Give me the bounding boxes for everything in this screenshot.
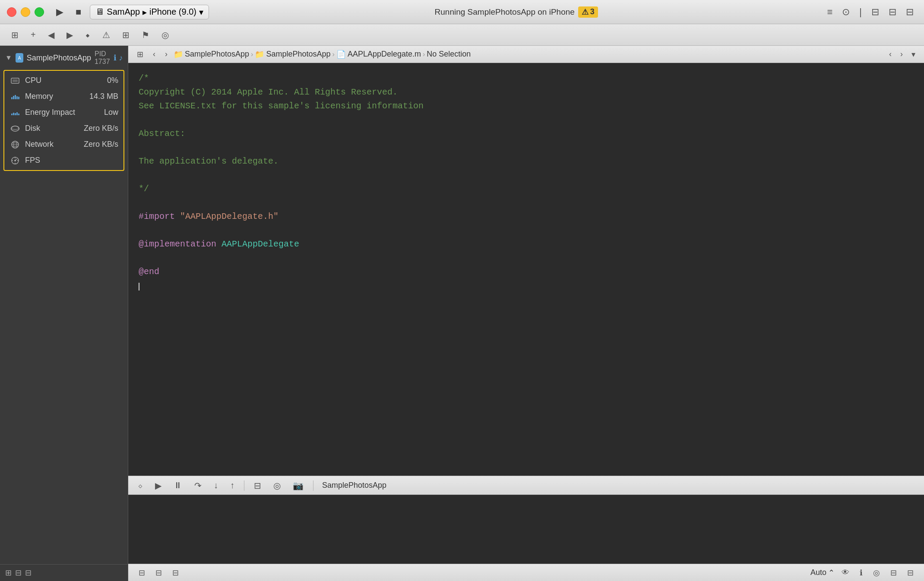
run-button[interactable]: ▶ bbox=[53, 5, 67, 19]
debug-location-button[interactable]: ◎ bbox=[269, 479, 285, 493]
filter-forward-button[interactable]: ▶ bbox=[62, 28, 77, 42]
toolbar-right: ≡ ⊙ | ⊟ ⊟ ⊟ bbox=[823, 5, 917, 19]
inspect-button[interactable]: ℹ bbox=[114, 53, 117, 63]
energy-metric-row[interactable]: Energy Impact Low bbox=[4, 104, 123, 120]
cpu-value: 0% bbox=[84, 76, 118, 85]
disk-metric-row[interactable]: Disk Zero KB/s bbox=[4, 120, 123, 136]
disk-label: Disk bbox=[25, 124, 79, 133]
debug-pause-button[interactable]: ⏸ bbox=[169, 479, 187, 492]
process-controls: ℹ ♪ bbox=[114, 53, 123, 63]
network-value: Zero KB/s bbox=[84, 140, 118, 149]
status-text: Running SamplePhotosApp on iPhone bbox=[435, 7, 575, 17]
editor-forward-button[interactable]: › bbox=[161, 49, 171, 60]
scope-button[interactable]: ⊞ bbox=[7, 28, 23, 42]
status-scope-button[interactable]: ⊟ bbox=[135, 567, 149, 578]
add-panel-button[interactable]: ⊞ bbox=[5, 568, 12, 578]
debug-step-over-button[interactable]: ↷ bbox=[190, 479, 206, 493]
nav-next-button[interactable]: › bbox=[897, 49, 906, 60]
breadcrumb-item-4[interactable]: No Selection bbox=[427, 50, 471, 59]
debug-bar: ⬦ ▶ ⏸ ↷ ↓ ↑ ⊟ ◎ 📷 SamplePhotosApp bbox=[128, 476, 924, 495]
energy-label: Energy Impact bbox=[25, 108, 79, 117]
editor-scope-button[interactable]: ⊞ bbox=[133, 49, 147, 60]
code-line-8 bbox=[139, 168, 914, 182]
breadcrumb-item-3[interactable]: AAPLAppDelegate.m bbox=[348, 50, 421, 59]
code-editor[interactable]: /* Copyright (C) 2014 Apple Inc. All Rig… bbox=[128, 63, 924, 476]
auto-selector[interactable]: Auto ⌃ bbox=[810, 568, 835, 578]
memory-label: Memory bbox=[25, 92, 79, 101]
status-location-button2[interactable]: ◎ bbox=[870, 567, 883, 578]
separator1: | bbox=[856, 5, 865, 19]
debug-toggle-button[interactable]: ⊟ bbox=[885, 5, 900, 19]
left-panel: ▼ A SamplePhotosApp PID 1737 ℹ ♪ bbox=[0, 46, 128, 581]
stop-button[interactable]: ■ bbox=[72, 5, 85, 19]
minimize-button[interactable] bbox=[21, 7, 30, 17]
energy-icon bbox=[9, 108, 21, 117]
svg-text:A: A bbox=[18, 56, 21, 60]
lines-icon-button[interactable]: ≡ bbox=[823, 5, 836, 19]
breadcrumb-item-2[interactable]: SamplePhotosApp bbox=[266, 50, 330, 59]
device-name: iPhone (9.0) bbox=[149, 7, 196, 17]
debug-camera-button[interactable]: 📷 bbox=[288, 479, 308, 493]
breadcrumb-item-1[interactable]: SamplePhotosApp bbox=[185, 50, 249, 59]
debug-separator-2 bbox=[313, 480, 313, 491]
scheme-arrow-icon: ▸ bbox=[142, 7, 147, 17]
breadcrumb-icon-folder1: 📁 bbox=[174, 50, 183, 59]
maximize-button[interactable] bbox=[35, 7, 44, 17]
grid-panel-button2[interactable]: ⊟ bbox=[25, 568, 32, 578]
related-files-button[interactable]: ⊙ bbox=[839, 5, 853, 19]
cpu-metric-row[interactable]: CPU 0% bbox=[4, 73, 123, 88]
breakpoint-button[interactable]: ⬥ bbox=[81, 28, 95, 41]
memory-icon bbox=[9, 92, 21, 101]
status-split-button2[interactable]: ⊟ bbox=[904, 567, 917, 578]
debug-continue-button[interactable]: ▶ bbox=[151, 479, 166, 493]
code-line-5: Abstract: bbox=[139, 127, 914, 141]
status-grid-button1[interactable]: ⊟ bbox=[152, 567, 165, 578]
warning-badge[interactable]: ⚠ 3 bbox=[578, 6, 598, 18]
code-line-12 bbox=[139, 224, 914, 237]
memory-metric-row[interactable]: Memory 14.3 MB bbox=[4, 88, 123, 104]
expand-triangle-icon: ▼ bbox=[5, 54, 12, 62]
status-split-button[interactable]: ⊟ bbox=[887, 567, 900, 578]
status-info-button[interactable]: ℹ bbox=[856, 567, 866, 578]
code-line-14 bbox=[139, 251, 914, 265]
scheme-selector[interactable]: 🖥 SamApp ▸ iPhone (9.0) ▾ bbox=[90, 5, 209, 19]
env-button[interactable]: ⊞ bbox=[118, 28, 134, 42]
fps-metric-row[interactable]: FPS bbox=[4, 152, 123, 168]
grid-panel-button[interactable]: ⊟ bbox=[15, 568, 22, 578]
svg-line-19 bbox=[15, 159, 17, 161]
status-grid-button2[interactable]: ⊟ bbox=[169, 567, 182, 578]
left-panel-bottom: ⊞ ⊟ ⊟ bbox=[0, 564, 128, 581]
nav-related-button[interactable]: ▾ bbox=[908, 49, 919, 60]
history-button[interactable]: ◎ bbox=[157, 28, 173, 42]
memory-value: 14.3 MB bbox=[84, 92, 118, 101]
close-button[interactable] bbox=[7, 7, 16, 17]
filter-back-button[interactable]: ◀ bbox=[44, 28, 59, 42]
code-line-10 bbox=[139, 196, 914, 210]
utilities-toggle-button[interactable]: ⊟ bbox=[902, 5, 917, 19]
breadcrumb-icon-folder2: 📁 bbox=[255, 50, 264, 59]
status-eye-button[interactable]: 👁 bbox=[838, 567, 853, 578]
debug-breakpoint-button[interactable]: ⬦ bbox=[133, 479, 147, 492]
nav-right-buttons: ‹ › ▾ bbox=[886, 49, 919, 60]
debug-navigator: ▼ A SamplePhotosApp PID 1737 ℹ ♪ bbox=[0, 46, 128, 564]
process-app-icon: A bbox=[16, 53, 23, 63]
audio-button[interactable]: ♪ bbox=[119, 53, 123, 63]
warning-count: 3 bbox=[590, 7, 595, 16]
editor-back-button[interactable]: ‹ bbox=[149, 49, 159, 60]
cpu-icon bbox=[9, 76, 21, 85]
add-button[interactable]: + bbox=[26, 28, 40, 41]
fps-label: FPS bbox=[25, 156, 79, 165]
debug-step-out-button[interactable]: ↑ bbox=[226, 479, 239, 492]
debug-frame-button[interactable]: ⊟ bbox=[250, 479, 266, 493]
navigator-toggle-button[interactable]: ⊟ bbox=[868, 5, 883, 19]
bookmark-button[interactable]: ⚑ bbox=[137, 28, 154, 42]
auto-arrow-icon: ⌃ bbox=[828, 568, 835, 578]
process-name-label: SamplePhotosApp bbox=[27, 54, 91, 63]
disk-value: Zero KB/s bbox=[84, 124, 118, 133]
network-metric-row[interactable]: Network Zero KB/s bbox=[4, 136, 123, 152]
process-header[interactable]: ▼ A SamplePhotosApp PID 1737 ℹ ♪ bbox=[0, 46, 128, 70]
issues-button[interactable]: ⚠ bbox=[98, 28, 114, 42]
debug-step-in-button[interactable]: ↓ bbox=[209, 479, 222, 492]
nav-prev-button[interactable]: ‹ bbox=[886, 49, 895, 60]
console-area bbox=[128, 495, 924, 564]
